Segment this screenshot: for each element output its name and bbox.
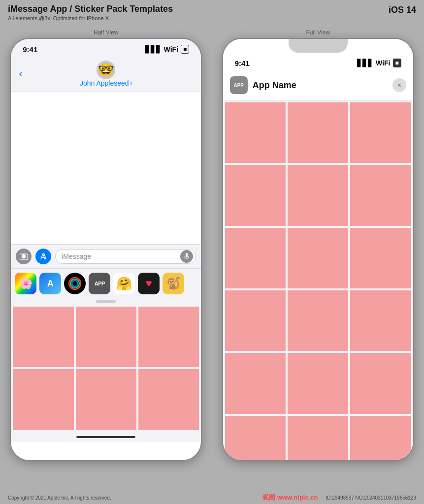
home-indicator — [11, 432, 201, 442]
battery-icon: ■ — [181, 45, 189, 54]
back-button[interactable]: ‹ — [19, 67, 22, 80]
dock-heart-icon[interactable]: ♥ — [138, 273, 160, 294]
sticker-cell[interactable] — [225, 416, 286, 461]
sticker-cell[interactable] — [13, 369, 73, 430]
half-view-nav-bar: ‹ 🤓 John Appleseed › — [11, 57, 201, 92]
page-header: iMessage App / Sticker Pack Templates Al… — [0, 0, 424, 23]
bottom-input-bar: 𝔸 iMessage — [11, 244, 201, 268]
id-info: ID:29493997 NO:2024031103718656129 — [326, 495, 417, 501]
svg-rect-3 — [186, 253, 188, 257]
svg-point-6 — [72, 281, 78, 286]
dock-appstore-icon[interactable]: A — [39, 273, 61, 294]
wifi-icon: WiFi — [164, 45, 178, 53]
half-view-status-icons: ▋▋▋ WiFi ■ — [145, 45, 190, 54]
camera-button[interactable] — [16, 249, 32, 264]
nav-center: 🤓 John Appleseed › — [80, 61, 132, 87]
home-bar — [76, 436, 135, 438]
page-title: iMessage App / Sticker Pack Templates — [8, 4, 416, 14]
sticker-cell[interactable] — [76, 369, 136, 430]
imessage-input-wrapper[interactable]: iMessage — [55, 249, 196, 264]
page-subtitle: All elements @3x. Optimized for iPhone X… — [8, 15, 416, 21]
sticker-cell[interactable] — [350, 416, 411, 461]
sticker-cell[interactable] — [288, 416, 348, 461]
appstore-button[interactable]: 𝔸 — [35, 249, 51, 264]
sticker-cell[interactable] — [225, 102, 286, 163]
dock-memoji-icon[interactable]: 🤗 — [113, 273, 135, 294]
voice-button[interactable] — [180, 250, 193, 263]
full-view-time: 9:41 — [235, 59, 250, 67]
sticker-cell[interactable] — [350, 290, 411, 351]
sticker-cell[interactable] — [225, 290, 286, 351]
copyright-text: Copyright © 2021 Apple Inc. All rights r… — [8, 495, 111, 501]
half-view-status-bar: 9:41 ▋▋▋ WiFi ■ — [11, 39, 201, 57]
full-view-phone: 9:41 ▋▋▋ WiFi ■ APP App Name × — [222, 38, 414, 461]
app-name-label: App Name — [253, 80, 388, 91]
wifi-icon: WiFi — [376, 59, 390, 67]
chat-area — [11, 92, 201, 244]
scroll-handle — [96, 300, 116, 303]
sticker-cell[interactable] — [350, 102, 411, 163]
half-view-time: 9:41 — [23, 45, 37, 54]
full-view-app-header: APP App Name × — [223, 70, 413, 100]
dock-monkey-icon[interactable]: 🐒 — [163, 273, 184, 294]
full-view-sticker-grid — [223, 100, 413, 461]
sticker-cell[interactable] — [350, 165, 411, 225]
half-view-label: Half View — [86, 27, 126, 38]
contact-name: John Appleseed — [80, 79, 129, 87]
sticker-cell[interactable] — [288, 290, 348, 351]
sticker-cell[interactable] — [138, 307, 199, 367]
ios-version-badge: iOS 14 — [389, 5, 416, 15]
imessage-input[interactable]: iMessage — [55, 249, 196, 264]
dock-photos-icon[interactable]: 🌸 — [15, 273, 36, 294]
half-view-phone: 9:41 ▋▋▋ WiFi ■ ‹ 🤓 John Appleseed › — [10, 38, 202, 461]
dock-activity-icon[interactable] — [64, 273, 86, 294]
full-view-label: Full View — [298, 27, 338, 38]
scroll-handle-area — [11, 296, 201, 305]
full-view-wrapper: Full View 9:41 ▋▋▋ WiFi ■ APP App Name × — [212, 27, 424, 461]
close-button[interactable]: × — [392, 78, 406, 92]
sticker-cell[interactable] — [288, 165, 348, 225]
dock-app-icon[interactable]: APP — [89, 273, 110, 294]
sticker-cell[interactable] — [288, 228, 348, 288]
battery-icon: ■ — [393, 59, 401, 67]
sticker-cell[interactable] — [288, 102, 348, 163]
sticker-cell[interactable] — [288, 353, 348, 413]
sticker-cell[interactable] — [13, 307, 73, 367]
page-footer: Copyright © 2021 Apple Inc. All rights r… — [0, 491, 424, 504]
sticker-cell[interactable] — [225, 165, 286, 225]
sticker-cell[interactable] — [225, 228, 286, 288]
watermark-logo: 昵图 www.nipic.cn — [262, 493, 318, 502]
contact-avatar: 🤓 — [97, 61, 115, 79]
full-view-status-icons: ▋▋▋ WiFi ■ — [357, 59, 401, 67]
sticker-cell[interactable] — [350, 228, 411, 288]
app-dock: 🌸 A APP 🤗 ♥ 🐒 — [11, 268, 201, 296]
signal-icon: ▋▋▋ — [145, 45, 162, 53]
half-view-sticker-grid — [11, 305, 201, 432]
app-icon-badge: APP — [230, 76, 248, 94]
sticker-cell[interactable] — [350, 353, 411, 413]
nav-chevron-icon: › — [130, 80, 132, 87]
sticker-cell[interactable] — [138, 369, 199, 430]
pill-notch — [289, 39, 348, 53]
phones-container: Half View 9:41 ▋▋▋ WiFi ■ ‹ 🤓 John Apple… — [0, 27, 424, 461]
signal-icon: ▋▋▋ — [357, 59, 373, 67]
half-view-wrapper: Half View 9:41 ▋▋▋ WiFi ■ ‹ 🤓 John Apple… — [0, 27, 212, 461]
sticker-cell[interactable] — [225, 353, 286, 413]
sticker-cell[interactable] — [76, 307, 136, 367]
